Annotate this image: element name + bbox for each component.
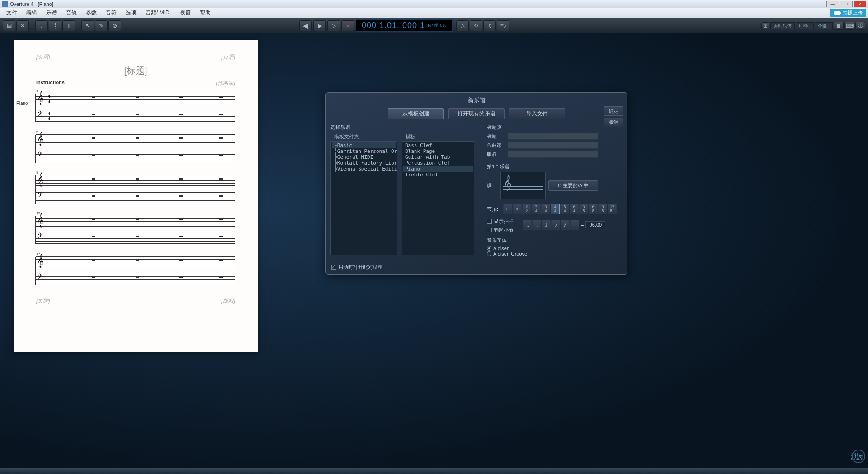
timesig-button[interactable]: 24 <box>532 204 541 214</box>
layout-icon[interactable]: ⊞ <box>761 22 769 29</box>
timesig-button[interactable]: 128 <box>608 204 617 214</box>
list-item[interactable]: Guitar with Tab <box>403 154 473 160</box>
menu-score[interactable]: 乐谱 <box>42 8 61 18</box>
show-timesig-checkbox[interactable] <box>487 219 492 224</box>
timesig-button[interactable]: 54 <box>560 204 569 214</box>
label-copyright: 版权 <box>487 151 505 158</box>
bar-tool-button[interactable]: ┊ <box>49 20 61 31</box>
maximize-button[interactable]: □ <box>840 1 853 7</box>
menu-audio-midi[interactable]: 音频/ MIDI <box>141 8 175 18</box>
list-item[interactable]: ┌Basic <box>332 142 396 148</box>
font-aloisen-groove-radio[interactable] <box>487 251 491 256</box>
key-preview: 𝄞 <box>500 172 546 199</box>
dialog-title: 新乐谱 <box>328 95 625 106</box>
cloud-icon <box>834 11 841 15</box>
minimize-button[interactable]: — <box>826 1 839 7</box>
pencil-tool-button[interactable]: ✎ <box>95 20 108 31</box>
staff-system: 1Piano𝄞44𝄢44 <box>36 94 235 122</box>
timesig-button[interactable]: 64 <box>570 204 579 214</box>
timesig-button[interactable]: 68 <box>589 204 598 214</box>
arrow-tool-button[interactable]: ↖ <box>81 20 94 31</box>
eighth-note-button[interactable]: ♪ <box>551 220 560 230</box>
copyright-input[interactable] <box>508 151 598 158</box>
tab-from-template[interactable]: 从模板创建 <box>388 108 444 119</box>
list-item[interactable]: Bass Clef <box>403 142 473 148</box>
title-input[interactable] <box>508 133 598 140</box>
list-item[interactable]: Piano <box>403 166 473 172</box>
section-select-score: 选择乐谱 <box>330 124 480 131</box>
section-music-font: 音乐字体 <box>487 237 623 244</box>
close-button[interactable]: × <box>854 1 866 7</box>
menu-edit[interactable]: 编辑 <box>22 8 42 18</box>
pickup-bar-checkbox[interactable] <box>487 228 492 232</box>
menu-file[interactable]: 文件 <box>2 8 22 18</box>
menu-notes[interactable]: 音符 <box>101 8 121 18</box>
filter-dropdown[interactable]: 全部 <box>815 22 833 29</box>
treble-clef-icon: 𝄞 <box>37 132 44 146</box>
view-dropdown[interactable]: 大师乐谱 <box>770 22 795 29</box>
play-button[interactable]: ▶ <box>313 20 326 31</box>
menu-options[interactable]: 选项 <box>121 8 141 18</box>
menu-help[interactable]: 帮助 <box>195 8 215 18</box>
zoom-dropdown[interactable]: 68% <box>796 22 814 29</box>
template-folder-listbox[interactable]: ┌Basic╠Garritan Personal Orc...╠General … <box>330 141 397 255</box>
keyboard-button[interactable]: ⌨ <box>844 22 854 30</box>
info-button[interactable]: ⓘ <box>855 22 865 30</box>
treble-clef-icon: 𝄞 <box>37 173 44 186</box>
font-aloisen-radio[interactable] <box>487 246 491 251</box>
list-item[interactable]: Blank Page <box>403 148 473 154</box>
record-button[interactable]: ● <box>341 20 354 31</box>
label-title: 标题 <box>487 133 505 140</box>
score-page[interactable]: [页眉] [页眉] [标题] Instructions [作曲家] 1Piano… <box>14 40 258 352</box>
rewind-button[interactable]: ◀| <box>299 20 312 31</box>
list-item[interactable]: ╠Vienna Special Edition <box>332 166 396 172</box>
list-item[interactable]: ╠General MIDI <box>332 154 396 160</box>
follow-button[interactable]: ≡♪ <box>497 20 509 31</box>
whole-note-button[interactable]: 𝅝 <box>523 220 532 230</box>
snap-button[interactable]: ♫ <box>483 20 496 31</box>
beam-tool-button[interactable]: ⫴ <box>62 20 75 31</box>
list-item[interactable]: Percussion Clef <box>403 160 473 166</box>
key-signature-button[interactable]: C 主要的/A 中 <box>548 180 598 191</box>
cancel-button[interactable]: 取消 <box>604 118 623 127</box>
tools-button[interactable]: ✕ <box>16 20 29 31</box>
list-item[interactable]: ╠Garritan Personal Orc... <box>332 148 396 154</box>
timesig-button[interactable]: 44 <box>551 204 560 214</box>
half-note-button[interactable]: 𝅗𝅥 <box>532 220 541 230</box>
upload-photo-button[interactable]: 拍照上传 <box>830 9 866 17</box>
tab-open-existing[interactable]: 打开现有的乐谱 <box>448 108 505 119</box>
panel-button[interactable]: ▤ <box>3 20 15 31</box>
dotted-button[interactable]: · <box>570 220 579 230</box>
show-on-startup-checkbox[interactable] <box>331 265 336 270</box>
quarter-note-button[interactable]: ♩ <box>542 220 551 230</box>
header-right-placeholder: [页眉] <box>221 53 235 61</box>
timesig-button[interactable]: 34 <box>541 204 550 214</box>
treble-clef-icon: 𝄞 <box>37 254 44 268</box>
treble-staff: 𝄞44 <box>36 94 235 104</box>
composer-input[interactable] <box>508 142 598 149</box>
tempo-input[interactable] <box>585 221 605 228</box>
metronome-button[interactable]: △ <box>456 20 469 31</box>
treble-clef-icon: 𝄞 <box>37 213 44 227</box>
erase-tool-button[interactable]: ⊘ <box>108 20 121 31</box>
timesig-button[interactable]: ¢ <box>513 204 522 214</box>
timesig-button[interactable]: 22 <box>522 204 531 214</box>
list-item[interactable]: ╠Kontakt Factory Library <box>332 160 396 166</box>
tab-import-file[interactable]: 导入文件 <box>509 108 565 119</box>
menu-track[interactable]: 音轨 <box>61 8 81 18</box>
treble-staff: 𝄞 <box>36 216 235 227</box>
play2-button[interactable]: ▷ <box>327 20 340 31</box>
timesig-button[interactable]: 38 <box>579 204 588 214</box>
list-item[interactable]: Treble Clef <box>403 172 473 178</box>
template-listbox[interactable]: Bass ClefBlank PageGuitar with TabPercus… <box>402 141 474 255</box>
note-tool-button[interactable]: ♪ <box>35 20 48 31</box>
sixteenth-note-button[interactable]: ♬ <box>561 220 570 230</box>
menu-window[interactable]: 视窗 <box>175 8 195 18</box>
menu-params[interactable]: 参数 <box>81 8 101 18</box>
timesig-button[interactable]: 98 <box>598 204 607 214</box>
timesig-button[interactable]: C <box>503 204 512 214</box>
loop-button[interactable]: ↻ <box>470 20 482 31</box>
taskbar[interactable] <box>0 468 868 474</box>
ok-button[interactable]: 确定 <box>604 106 623 116</box>
mixer-button[interactable]: 🎚 <box>834 22 844 30</box>
